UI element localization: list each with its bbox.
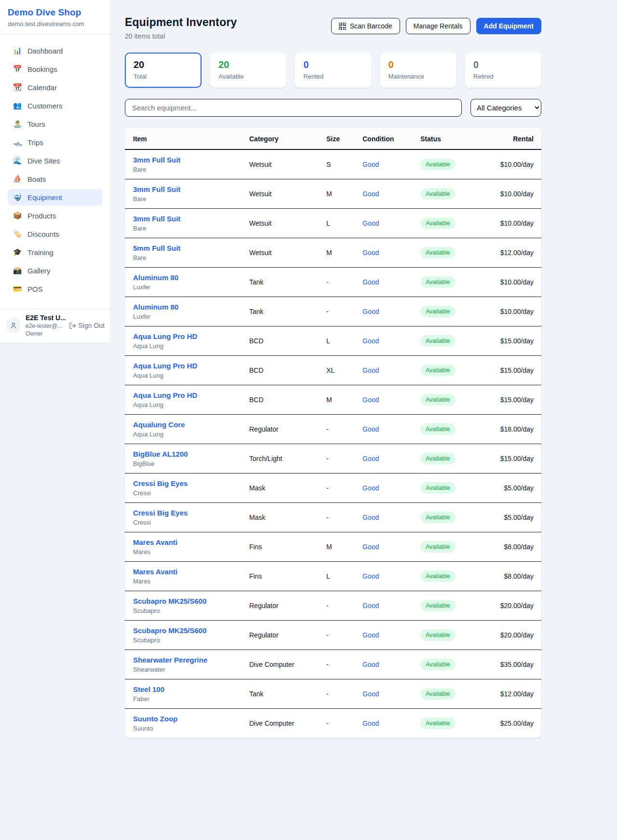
condition-link[interactable]: Good	[362, 514, 379, 521]
item-name-link[interactable]: Aluminum 80	[133, 273, 241, 282]
item-name-link[interactable]: Scubapro MK25/S600	[133, 597, 241, 605]
stat-card-rented[interactable]: 0 Rented	[295, 53, 371, 88]
condition-link[interactable]: Good	[362, 631, 379, 639]
status-badge: Available	[420, 453, 456, 464]
item-category: Regulator	[245, 415, 322, 444]
user-email: e2e-tester@...	[26, 323, 65, 329]
condition-link[interactable]: Good	[362, 337, 379, 345]
condition-link[interactable]: Good	[362, 602, 379, 610]
item-brand: Aqua Lung	[133, 342, 241, 350]
stat-card-retired[interactable]: 0 Retired	[465, 53, 541, 88]
equipment-table-card: Item Category Size Condition Status Rent…	[125, 128, 541, 738]
category-select[interactable]: All Categories	[470, 99, 541, 117]
item-rental: $12.00/day	[484, 679, 541, 709]
condition-link[interactable]: Good	[362, 190, 379, 198]
item-name-link[interactable]: Aqua Lung Pro HD	[133, 391, 241, 399]
sidebar-item-dashboard[interactable]: 📊 Dashboard	[8, 42, 103, 59]
search-input[interactable]	[125, 99, 462, 117]
item-brand: Bare	[133, 254, 241, 261]
condition-link[interactable]: Good	[362, 161, 379, 168]
table-header-row: Item Category Size Condition Status Rent…	[125, 128, 541, 149]
table-row: Aluminum 80 Luxfer Tank - Good Available…	[125, 297, 541, 326]
condition-link[interactable]: Good	[362, 278, 379, 286]
item-name-link[interactable]: Mares Avanti	[133, 568, 241, 576]
sidebar-item-equipment[interactable]: 🤿 Equipment	[8, 189, 103, 205]
item-brand: Aqua Lung	[133, 372, 241, 379]
sidebar-item-label: Calendar	[27, 83, 57, 92]
condition-link[interactable]: Good	[362, 219, 379, 227]
item-rental: $15.00/day	[484, 385, 541, 415]
status-badge: Available	[420, 423, 456, 435]
sidebar-item-products[interactable]: 📦 Products	[8, 207, 103, 224]
condition-link[interactable]: Good	[362, 396, 379, 404]
item-name-link[interactable]: 3mm Full Suit	[133, 215, 241, 223]
sidebar-item-calendar[interactable]: 📆 Calendar	[8, 79, 103, 95]
item-name-link[interactable]: Mares Avanti	[133, 538, 241, 546]
item-name-link[interactable]: BigBlue AL1200	[133, 450, 241, 458]
item-name-link[interactable]: Aqua Lung Pro HD	[133, 362, 241, 370]
sidebar-item-discounts[interactable]: 🏷️ Discounts	[8, 226, 103, 242]
condition-link[interactable]: Good	[362, 484, 379, 492]
sidebar-item-gallery[interactable]: 📸 Gallery	[8, 262, 103, 279]
item-name-link[interactable]: 5mm Full Suit	[133, 244, 241, 252]
discounts-icon: 🏷️	[13, 230, 22, 238]
condition-link[interactable]: Good	[362, 455, 379, 462]
item-rental: $5.00/day	[484, 474, 541, 503]
col-header-category: Category	[245, 128, 322, 149]
user-panel: E2E Test U... e2e-tester@... Owner Sign …	[0, 309, 110, 343]
sidebar-item-trips[interactable]: 🛥️ Trips	[8, 134, 103, 150]
sidebar-item-tours[interactable]: 🏝️ Tours	[8, 116, 103, 132]
stat-card-total[interactable]: 20 Total	[125, 53, 201, 88]
table-row: BigBlue AL1200 BigBlue Torch/Light - Goo…	[125, 444, 541, 474]
condition-link[interactable]: Good	[362, 572, 379, 580]
item-name-link[interactable]: 3mm Full Suit	[133, 156, 241, 164]
item-name-link[interactable]: Aqualung Core	[133, 420, 241, 429]
item-name-link[interactable]: Cressi Big Eyes	[133, 509, 241, 517]
sidebar-item-training[interactable]: 🎓 Training	[8, 244, 103, 260]
sidebar-item-dive-sites[interactable]: 🌊 Dive Sites	[8, 152, 103, 169]
add-equipment-button[interactable]: Add Equipment	[476, 18, 541, 34]
condition-link[interactable]: Good	[362, 249, 379, 257]
products-icon: 📦	[13, 211, 22, 220]
item-name-link[interactable]: Suunto Zoop	[133, 715, 241, 723]
sidebar-item-pos[interactable]: 💳 POS	[8, 281, 103, 297]
item-name-link[interactable]: Steel 100	[133, 685, 241, 693]
condition-link[interactable]: Good	[362, 661, 379, 668]
sidebar-item-bookings[interactable]: 📅 Bookings	[8, 61, 103, 77]
item-brand: Mares	[133, 548, 241, 555]
item-name-link[interactable]: 3mm Full Suit	[133, 185, 241, 193]
col-header-item: Item	[125, 128, 245, 149]
item-brand: Mares	[133, 578, 241, 585]
sign-out-button[interactable]: Sign Out	[69, 322, 105, 329]
stat-card-available[interactable]: 20 Available	[210, 53, 286, 88]
item-name-link[interactable]: Scubapro MK25/S600	[133, 626, 241, 635]
item-name-link[interactable]: Aluminum 80	[133, 303, 241, 311]
condition-link[interactable]: Good	[362, 543, 379, 551]
sidebar-item-boats[interactable]: ⛵ Boats	[8, 171, 103, 187]
item-rental: $8.00/day	[484, 562, 541, 591]
item-category: Torch/Light	[245, 444, 322, 474]
sidebar-item-customers[interactable]: 👥 Customers	[8, 97, 103, 114]
item-name-link[interactable]: Cressi Big Eyes	[133, 479, 241, 488]
stat-card-maintenance[interactable]: 0 Maintenance	[380, 53, 456, 88]
sidebar: Demo Dive Shop demo.test.divestreams.com…	[0, 0, 111, 343]
table-row: Aqua Lung Pro HD Aqua Lung BCD L Good Av…	[125, 326, 541, 356]
condition-link[interactable]: Good	[362, 425, 379, 433]
item-brand: Bare	[133, 225, 241, 232]
stat-label: Rented	[303, 73, 362, 80]
sidebar-item-label: Training	[27, 248, 54, 257]
item-name-link[interactable]: Aqua Lung Pro HD	[133, 332, 241, 340]
condition-link[interactable]: Good	[362, 366, 379, 374]
condition-link[interactable]: Good	[362, 719, 379, 727]
col-header-condition: Condition	[359, 128, 416, 149]
brand-title[interactable]: Demo Dive Shop	[8, 7, 103, 18]
manage-rentals-button[interactable]: Manage Rentals	[406, 18, 470, 34]
item-category: Fins	[245, 562, 322, 591]
scan-barcode-button[interactable]: Scan Barcode	[331, 18, 400, 34]
item-name-link[interactable]: Shearwater Peregrine	[133, 656, 241, 664]
condition-link[interactable]: Good	[362, 308, 379, 315]
sidebar-item-label: Customers	[27, 102, 63, 110]
training-icon: 🎓	[13, 248, 22, 257]
item-category: BCD	[245, 356, 322, 385]
condition-link[interactable]: Good	[362, 690, 379, 698]
